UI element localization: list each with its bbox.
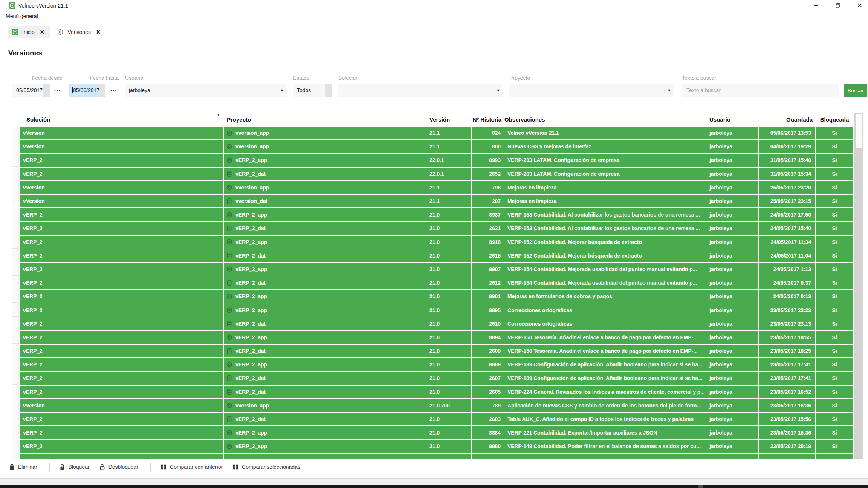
row-selector[interactable]	[12, 331, 19, 344]
row-selector[interactable]	[12, 249, 19, 262]
row-selector[interactable]	[12, 181, 19, 194]
fecha-hasta-field[interactable]: 05/06/2017	[69, 84, 105, 97]
row-selector[interactable]	[12, 345, 19, 357]
selector-column-header	[12, 113, 19, 126]
table-row[interactable]: vERP_2 vERP_2_dat 21.0 2610 Correcciones…	[12, 317, 853, 330]
cell-historia: 8901	[472, 290, 504, 303]
row-selector[interactable]	[12, 154, 19, 166]
table-row[interactable]: vERP_2 vERP_2_app 21.0 8894 VERP-150 Tes…	[12, 331, 853, 344]
row-selector[interactable]	[12, 303, 19, 316]
solucion-combo[interactable]: ▼	[338, 84, 503, 97]
table-body: vVersion vversion_app 21.1 824 Velneo vV…	[12, 127, 853, 459]
row-selector[interactable]	[12, 208, 19, 221]
bloquear-button[interactable]: Bloquear	[60, 464, 90, 470]
row-selector[interactable]	[12, 236, 19, 249]
tab-close-icon[interactable]: ✕	[96, 29, 101, 35]
close-icon[interactable]: ✕	[857, 3, 863, 9]
cell-observaciones: Correcciones ortográficas	[504, 317, 706, 330]
row-selector[interactable]	[12, 140, 19, 153]
column-header-observaciones[interactable]: Observaciones	[504, 113, 706, 126]
row-selector[interactable]	[12, 426, 19, 439]
table-row[interactable]: vVersion vversion_app 21.0.700 789 Aplic…	[12, 399, 853, 412]
cell-solucion: vERP_2	[23, 307, 43, 313]
cell-historia: 2615	[472, 249, 504, 262]
desbloquear-button[interactable]: Desbloquear	[99, 464, 138, 470]
row-selector[interactable]	[12, 440, 19, 453]
cell-usuario: jarboleya	[706, 399, 758, 412]
tab-close-icon[interactable]: ✕	[40, 29, 44, 35]
cell-version: 21.0	[426, 303, 471, 316]
row-selector[interactable]	[12, 386, 19, 398]
lock-icon	[60, 464, 65, 470]
row-selector[interactable]	[12, 454, 19, 459]
column-header-usuario[interactable]: Usuario	[706, 113, 758, 126]
restore-icon[interactable]	[835, 3, 841, 9]
column-header-proyecto[interactable]: Proyecto	[224, 113, 426, 126]
column-header-guardada[interactable]: Guardada	[759, 113, 815, 126]
column-header-bloqueada[interactable]: Bloqueada	[816, 113, 853, 126]
row-selector[interactable]	[12, 263, 19, 276]
table-row[interactable]: vERP_2 vERP_2_dat 21.0 2605 VERP-224 Gen…	[12, 386, 853, 398]
fecha-desde-field[interactable]: 05/05/2017	[12, 84, 50, 97]
row-selector[interactable]	[12, 372, 19, 384]
table-row[interactable]: vERP_2 vERP_2_dat 21.0 2615 VERP-152 Con…	[12, 249, 853, 262]
vertical-scrollbar[interactable]	[854, 113, 863, 459]
usuario-combo[interactable]: jarboleya ▼	[125, 84, 287, 97]
row-selector[interactable]	[12, 413, 19, 425]
table-row[interactable]: vERP_2 vERP_2_dat 21.0 2621 VERP-153 Con…	[12, 222, 853, 235]
fecha-hasta-spinner[interactable]	[99, 84, 105, 97]
row-selector[interactable]	[12, 276, 19, 289]
table-row[interactable]: vERP_2 vERP_2_app 21.0 8918 VERP-152 Con…	[12, 236, 853, 249]
row-selector[interactable]	[12, 290, 19, 303]
estado-spinner[interactable]	[325, 84, 332, 97]
table-row[interactable]: vERP_2 vERP_2_app 21.0 8901 Mejoras en f…	[12, 290, 853, 303]
proyecto-combo[interactable]: ▼	[509, 84, 674, 97]
cell-proyecto: vversion_dat	[235, 198, 267, 204]
estado-field[interactable]: Todos	[293, 84, 332, 97]
column-header-solucion[interactable]: Solución ▼	[20, 113, 223, 126]
row-selector[interactable]	[12, 195, 19, 207]
tab-inicio[interactable]: Inicio ✕	[8, 26, 50, 38]
fecha-desde-more-icon[interactable]: ⋯	[53, 84, 62, 97]
table-row[interactable]: vERP_2 vERP_2_app 21.0 8884 VERP-221 Con…	[12, 426, 853, 439]
row-selector[interactable]	[12, 222, 19, 235]
cell-bloqueada: Si	[816, 372, 853, 384]
texto-a-buscar-input[interactable]	[682, 84, 839, 97]
table-row[interactable]: vERP_2 vERP_2_app 21.0 8880 VERP-149 Con…	[12, 440, 853, 453]
table-row[interactable]: vERP_2 vERP_2_app 22.0.1 8993 VERP-203 L…	[12, 154, 853, 166]
row-selector[interactable]	[12, 399, 19, 412]
table-row[interactable]: vERP_2 vERP_2_dat 21.0 2603 Tabla AUX_C.…	[12, 413, 853, 425]
table-row[interactable]: vVersion vversion_dat 21.1 207 Mejoras e…	[12, 195, 853, 207]
table-row[interactable]: vERP_2 vERP_2_dat 21.0 2609 VERP-150 Tes…	[12, 345, 853, 357]
table-row[interactable]: vVersion vversion_app 21.1 800 Nuevas CS…	[12, 140, 853, 153]
tab-versiones[interactable]: Versiones ✕	[53, 26, 106, 38]
cell-guardada: 24/05/2017 1:13	[759, 263, 815, 276]
buscar-button[interactable]: Buscar	[844, 84, 867, 97]
fecha-hasta-more-icon[interactable]: ⋯	[109, 84, 118, 97]
row-selector[interactable]	[12, 358, 19, 371]
row-selector[interactable]	[12, 317, 19, 330]
eliminar-button[interactable]: Eliminar	[9, 464, 37, 470]
table-row[interactable]: vERP_2 vERP_2_dat 22.0.1 2652 VERP-203 L…	[12, 168, 853, 180]
menu-general[interactable]: Menú general	[6, 13, 38, 19]
table-row[interactable]: vERP_2 vERP_2_app 21.0 8907 VERP-154 Con…	[12, 263, 853, 276]
row-selector[interactable]	[12, 127, 19, 139]
scrollbar-thumb[interactable]	[856, 114, 862, 148]
table-row[interactable]: vERP_2 vERP_2_app 21.0 8937 VERP-153 Con…	[12, 208, 853, 221]
table-row[interactable]: vVersion vversion_app 21.1 798 Mejoras e…	[12, 181, 853, 194]
cell-solucion: vERP_2	[23, 416, 43, 422]
table-row[interactable]: vERP_2 vERP_2_dat 21.0 2607 VERP-189 Con…	[12, 372, 853, 384]
column-header-version[interactable]: Versión	[426, 113, 471, 126]
tool-label: Bloquear	[69, 464, 90, 470]
table-row[interactable]	[12, 454, 853, 459]
row-selector[interactable]	[12, 168, 19, 180]
table-row[interactable]: vERP_2 vERP_2_app 21.0 8895 Correcciones…	[12, 303, 853, 316]
fecha-desde-spinner[interactable]	[43, 84, 50, 97]
minimize-icon[interactable]	[813, 3, 819, 9]
table-row[interactable]: vERP_2 vERP_2_dat 21.0 2612 VERP-154 Con…	[12, 276, 853, 289]
table-row[interactable]: vVersion vversion_app 21.1 824 Velneo vV…	[12, 127, 853, 139]
comparar-seleccionadas-button[interactable]: Comparar seleccionadas	[232, 464, 300, 470]
comparar-con-anterior-button[interactable]: Comparar con anterior	[160, 464, 223, 470]
column-header-historia[interactable]: Nº Historia	[472, 113, 504, 126]
table-row[interactable]: vERP_2 vERP_2_app 21.0 8889 VERP-189 Con…	[12, 358, 853, 371]
